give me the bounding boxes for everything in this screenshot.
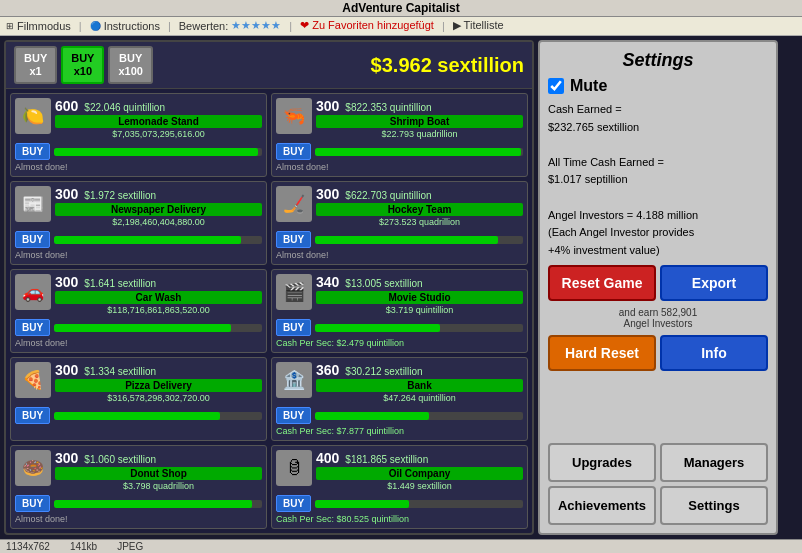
mute-row: Mute: [548, 77, 768, 95]
title-list-btn[interactable]: ▶ Titelliste: [453, 19, 504, 32]
bank-name: Bank: [316, 379, 523, 392]
bank-price: $30.212 sextillion: [345, 366, 422, 377]
pizza-count: 300: [55, 362, 78, 378]
movie-price: $13.005 sextillion: [345, 278, 422, 289]
all-time-value: $1.017 septillion: [548, 171, 768, 189]
pizza-earnings: $316,578,298,302,720.00: [55, 393, 262, 403]
managers-button[interactable]: Managers: [660, 443, 768, 482]
angel-note2: +4% investment value): [548, 242, 768, 260]
cash-earned-label: Cash Earned =: [548, 101, 768, 119]
bank-progress: [315, 412, 523, 420]
lemonade-buy-button[interactable]: BUY: [15, 143, 50, 160]
donut-name: Donut Shop: [55, 467, 262, 480]
buy-controls: BUY x1 BUY x10 BUY x100 $3.962 sextillio…: [6, 42, 532, 89]
hard-reset-button[interactable]: Hard Reset: [548, 335, 656, 371]
business-lemonade: 🍋 600 $22.046 quintillion Lemonade Stand…: [10, 93, 267, 177]
movie-progress: [315, 324, 523, 332]
lemonade-earnings: $7,035,073,295,616.00: [55, 129, 262, 139]
newspaper-buy-button[interactable]: BUY: [15, 231, 50, 248]
achievements-button[interactable]: Achievements: [548, 486, 656, 525]
movie-name: Movie Studio: [316, 291, 523, 304]
instructions[interactable]: 🔵 Instructions: [90, 20, 160, 32]
angel-note: (Each Angel Investor provides: [548, 224, 768, 242]
hockey-buy-button[interactable]: BUY: [276, 231, 311, 248]
donut-price: $1.060 sextillion: [84, 454, 156, 465]
newspaper-name: Newspaper Delivery: [55, 203, 262, 216]
shrimp-price: $822.353 quintillion: [345, 102, 431, 113]
donut-count: 300: [55, 450, 78, 466]
oil-count: 400: [316, 450, 339, 466]
lemonade-status: Almost done!: [15, 162, 262, 172]
settings-title: Settings: [548, 50, 768, 71]
hockey-price: $622.703 quintillion: [345, 190, 431, 201]
bank-cashpersec: Cash Per Sec: $7.877 quintillion: [276, 426, 523, 436]
oil-earnings: $1.449 sextillion: [316, 481, 523, 491]
carwash-price: $1.641 sextillion: [84, 278, 156, 289]
bank-count: 360: [316, 362, 339, 378]
business-newspaper: 📰 300 $1.972 sextillion Newspaper Delive…: [10, 181, 267, 265]
rate-section: Bewerten: ★★★★★: [179, 19, 282, 32]
lemonade-progress: [54, 148, 262, 156]
left-panel: BUY x1 BUY x10 BUY x100 $3.962 sextillio…: [4, 40, 534, 535]
browser-toolbar: ⊞ Filmmodus | 🔵 Instructions | Bewerten:…: [0, 17, 802, 37]
film-mode[interactable]: ⊞ Filmmodus: [6, 20, 71, 32]
title-bar: AdVenture Capitalist: [0, 0, 802, 17]
business-movie: 🎬 340 $13.005 sextillion Movie Studio $3…: [271, 269, 528, 353]
movie-count: 340: [316, 274, 339, 290]
newspaper-earnings: $2,198,460,404,880.00: [55, 217, 262, 227]
oil-icon: 🛢: [276, 450, 312, 486]
newspaper-progress: [54, 236, 262, 244]
carwash-status: Almost done!: [15, 338, 262, 348]
buy-x10-button[interactable]: BUY x10: [61, 46, 104, 84]
settings-button[interactable]: Settings: [660, 486, 768, 525]
movie-icon: 🎬: [276, 274, 312, 310]
bank-buy-button[interactable]: BUY: [276, 407, 311, 424]
toolbar-divider3: |: [289, 20, 292, 32]
all-time-label: All Time Cash Earned =: [548, 154, 768, 172]
oil-buy-button[interactable]: BUY: [276, 495, 311, 512]
hockey-count: 300: [316, 186, 339, 202]
status-bar: 1134x762 141kb JPEG: [0, 539, 802, 553]
shrimp-name: Shrimp Boat: [316, 115, 523, 128]
settings-panel: Settings Mute Cash Earned = $232.765 sex…: [538, 40, 778, 535]
import-hardreset-row: Hard Reset Info: [548, 335, 768, 371]
movie-buy-button[interactable]: BUY: [276, 319, 311, 336]
buy-x100-button[interactable]: BUY x100: [108, 46, 152, 84]
toolbar-divider2: |: [168, 20, 171, 32]
newspaper-icon: 📰: [15, 186, 51, 222]
buy-x1-button[interactable]: BUY x1: [14, 46, 57, 84]
carwash-buy-button[interactable]: BUY: [15, 319, 50, 336]
hockey-icon: 🏒: [276, 186, 312, 222]
filesize-info: 141kb: [70, 541, 97, 552]
format-info: JPEG: [117, 541, 143, 552]
donut-buy-button[interactable]: BUY: [15, 495, 50, 512]
carwash-count: 300: [55, 274, 78, 290]
action-buttons: Reset Game Export: [548, 265, 768, 301]
shrimp-count: 300: [316, 98, 339, 114]
hockey-earnings: $273.523 quadrillion: [316, 217, 523, 227]
shrimp-progress: [315, 148, 523, 156]
mute-label[interactable]: Mute: [570, 77, 607, 95]
hockey-name: Hockey Team: [316, 203, 523, 216]
stats-section: Cash Earned = $232.765 sextillion All Ti…: [548, 101, 768, 259]
game-container: BUY x1 BUY x10 BUY x100 $3.962 sextillio…: [0, 36, 802, 539]
newspaper-price: $1.972 sextillion: [84, 190, 156, 201]
business-donut: 🍩 300 $1.060 sextillion Donut Shop $3.79…: [10, 445, 267, 529]
business-bank: 🏦 360 $30.212 sextillion Bank $47.264 qu…: [271, 357, 528, 441]
upgrades-button[interactable]: Upgrades: [548, 443, 656, 482]
pizza-buy-button[interactable]: BUY: [15, 407, 50, 424]
carwash-icon: 🚗: [15, 274, 51, 310]
reset-game-button[interactable]: Reset Game: [548, 265, 656, 301]
export-button[interactable]: Export: [660, 265, 768, 301]
hockey-status: Almost done!: [276, 250, 523, 260]
pizza-icon: 🍕: [15, 362, 51, 398]
donut-earnings: $3.798 quadrillion: [55, 481, 262, 491]
shrimp-buy-button[interactable]: BUY: [276, 143, 311, 160]
donut-progress: [54, 500, 262, 508]
lemonade-icon: 🍋: [15, 98, 51, 134]
business-carwash: 🚗 300 $1.641 sextillion Car Wash $118,71…: [10, 269, 267, 353]
mute-checkbox[interactable]: [548, 78, 564, 94]
info-button[interactable]: Info: [660, 335, 768, 371]
bottom-buttons: Upgrades Managers Achievements Settings: [548, 443, 768, 525]
favorites-btn[interactable]: ❤ Zu Favoriten hinzugefügt: [300, 19, 434, 32]
